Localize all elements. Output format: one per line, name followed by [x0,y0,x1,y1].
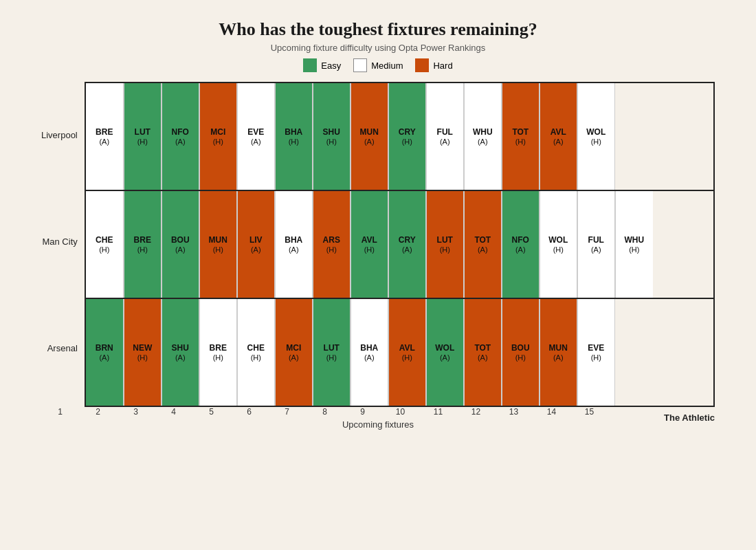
fixture-cell: TOT(A) [464,191,502,298]
fixture-venue: (A) [440,138,450,146]
fixture-venue: (H) [440,245,450,254]
fixture-venue: (H) [364,245,375,254]
fixture-cell: MUN(H) [199,191,237,298]
col-label: 14 [533,407,570,417]
fixture-cell: TOT(H) [502,83,540,190]
fixture-venue: (H) [515,353,526,362]
legend-hard-label: Hard [433,60,452,71]
fixture-team-code: LIV [249,235,263,245]
fixture-cell: CRY(H) [388,83,426,190]
chart-subtitle: Upcoming fixture difficulty using Opta P… [219,43,537,53]
team-section-arsenal: BRN(A)NEW(H)SHU(A)BRE(H)CHE(H)MCI(A)LUT(… [85,298,715,407]
fixture-team-code: WHU [624,235,644,245]
row-label-man-city: Man City [41,188,85,295]
fixture-venue: (A) [402,245,412,254]
fixture-team-code: MCI [286,343,301,353]
fixture-cell: BRE(H) [124,191,162,298]
col-label: 8 [306,407,344,417]
chart-area: LiverpoolMan CityArsenal BRE(A)LUT(H)NFO… [41,82,715,406]
fixture-team-code: WHU [473,127,493,137]
team-section-liverpool: BRE(A)LUT(H)NFO(A)MCI(H)EVE(A)BHA(H)SHU(… [85,82,715,191]
legend-easy-label: Easy [321,60,341,71]
fixture-venue: (A) [553,138,564,146]
fixture-team-code: CHE [96,235,113,245]
fixture-team-code: WOL [435,343,454,353]
fixture-venue: (H) [591,138,601,146]
fixture-team-code: FUL [588,235,604,245]
fixture-venue: (H) [629,245,639,254]
fixture-venue: (H) [289,138,299,146]
fixture-venue: (A) [478,353,488,362]
fixture-team-code: BRE [210,343,227,353]
fixture-team-code: BOU [511,343,530,353]
fixture-team-code: BOU [171,235,190,245]
col-label: 7 [268,407,306,417]
fixture-venue: (A) [251,245,261,254]
col-label: 10 [381,407,419,417]
fixture-venue: (H) [251,353,261,362]
fixture-team-code: CHE [247,343,265,353]
fixture-cell: WHU(A) [464,83,502,190]
fixture-venue: (H) [591,353,601,362]
fixture-venue: (H) [402,353,412,362]
fixture-venue: (A) [478,245,488,254]
fixture-venue: (H) [326,138,337,146]
fixture-team-code: TOT [512,127,529,137]
fixture-cell: WHU(H) [615,191,653,298]
fixture-venue: (H) [326,353,337,362]
fixture-team-code: MUN [209,235,227,245]
legend-hard-box [415,58,429,72]
fixture-team-code: TOT [474,343,491,353]
fixture-venue: (H) [99,245,109,254]
col-label: 12 [457,407,495,417]
fixture-cell: WOL(H) [577,83,615,190]
fixture-cell: MUN(A) [540,299,577,406]
legend-medium: Medium [353,58,403,72]
fixture-venue: (A) [364,353,375,362]
fixture-venue: (H) [137,245,148,254]
fixture-cell: BRN(A) [86,299,124,406]
row-label-liverpool: Liverpool [41,82,85,188]
fixture-cell: AVL(H) [388,299,426,406]
fixture-venue: (H) [213,353,223,362]
fixture-team-code: WOL [548,235,568,245]
row-labels: LiverpoolMan CityArsenal [41,82,85,406]
fixture-cell: CHE(H) [237,299,275,406]
fixture-cell: AVL(A) [540,83,577,190]
fixture-team-code: ARS [323,235,340,245]
row-label-arsenal: Arsenal [41,295,85,402]
col-label: 1 [41,407,79,417]
fixture-team-code: MCI [210,127,225,137]
fixture-team-code: AVL [399,343,415,353]
fixture-team-code: MUN [549,343,568,353]
fixture-cell: MUN(A) [351,83,388,190]
fixture-cell: NEW(H) [124,299,162,406]
col-label: 4 [155,407,192,417]
fixture-team-code: CRY [399,235,416,245]
fixture-cell: SHU(A) [162,299,199,406]
fixture-venue: (A) [289,353,299,362]
fixture-team-code: BHA [285,235,302,245]
col-label: 9 [344,407,381,417]
fixture-cell: WOL(A) [426,299,464,406]
fixture-cell: CHE(H) [86,191,124,298]
fixture-team-code: NFO [512,235,529,245]
legend: Easy Medium Hard [303,58,452,72]
col-label: 11 [419,407,457,417]
fixture-venue: (A) [515,245,526,254]
fixture-venue: (H) [515,138,526,146]
fixture-cell: FUL(A) [577,191,615,298]
fixture-team-code: WOL [586,127,605,137]
fixture-venue: (H) [137,353,148,362]
fixture-cell: LUT(H) [124,83,162,190]
fixture-cell: SHU(H) [313,83,351,190]
fixture-team-code: BRE [134,235,151,245]
legend-medium-box [353,58,367,72]
fixture-cell: ARS(H) [313,191,351,298]
legend-hard: Hard [415,58,452,72]
col-label: 6 [230,407,268,417]
fixture-team-code: EVE [247,127,264,137]
fixture-venue: (A) [99,353,109,362]
fixture-cell: WOL(H) [540,191,577,298]
chart-header: Who has the toughest fixtures remaining?… [219,19,537,53]
